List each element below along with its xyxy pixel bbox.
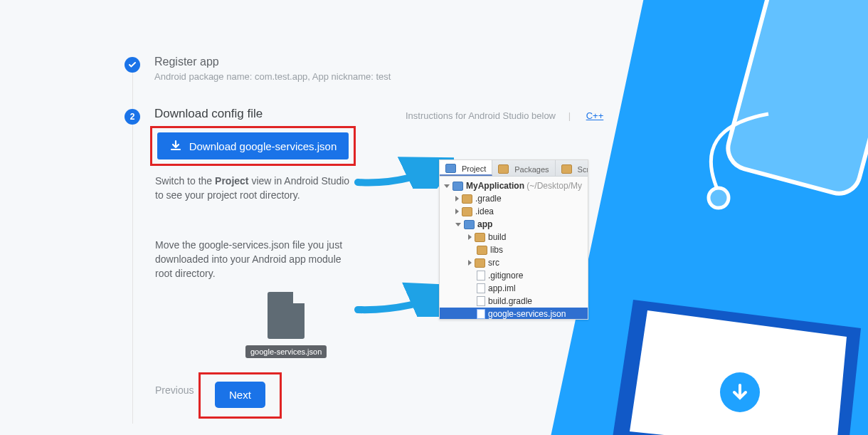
json-file-icon: [477, 309, 485, 319]
next-button[interactable]: Next: [215, 382, 265, 408]
step2-number-badge: 2: [125, 109, 140, 125]
file-icon: [477, 271, 485, 281]
step1-title: Register app: [154, 56, 219, 68]
folder-icon: [475, 233, 485, 242]
move-file-instruction: Move the google-services.json file you j…: [155, 238, 351, 281]
module-icon: [464, 220, 475, 229]
folder-icon: [477, 246, 487, 255]
android-studio-screenshot: Z: Structure Project Packages Scratche M…: [439, 159, 588, 320]
download-button-highlight: Download google-services.json: [150, 126, 356, 166]
cpp-link[interactable]: C++: [586, 110, 604, 121]
folder-icon: [462, 194, 472, 204]
as-side-tab: Z: Structure: [439, 160, 440, 319]
file-icon: [477, 283, 485, 293]
project-icon: [445, 164, 456, 173]
step2-title: Download config file: [154, 107, 263, 121]
document-icon: [268, 292, 305, 339]
svg-rect-0: [724, 0, 868, 198]
switch-view-instruction: Switch to the Project view in Android St…: [155, 174, 351, 202]
config-file-label: google-services.json: [245, 345, 327, 358]
decorative-laptop-illustration: [591, 278, 868, 435]
folder-icon: [462, 207, 472, 216]
step2-instructions-note: Instructions for Android Studio below | …: [406, 110, 603, 121]
next-button-highlight: Next: [199, 372, 282, 419]
step1-subtitle: Android package name: com.test.app, App …: [154, 71, 391, 82]
module-icon: [452, 182, 463, 191]
folder-icon: [561, 164, 572, 174]
as-tabs: Project Packages Scratche: [440, 160, 588, 177]
step1-complete-badge: [125, 57, 140, 73]
file-icon: [477, 296, 485, 306]
decorative-phone-illustration: [669, 0, 868, 242]
as-tab-packages: Packages: [492, 160, 555, 176]
folder-icon: [498, 164, 509, 174]
as-selected-file: google-services.json: [440, 308, 588, 320]
previous-button[interactable]: Previous: [155, 384, 194, 396]
as-project-tree: MyApplication (~/Desktop/My .gradle .ide…: [440, 177, 588, 320]
folder-icon: [475, 258, 485, 268]
as-tab-project: Project: [440, 160, 492, 176]
download-button-label: Download google-services.json: [189, 140, 337, 152]
instructions-note-text: Instructions for Android Studio below: [406, 110, 556, 121]
config-file-illustration: google-services.json: [245, 292, 327, 358]
as-tab-scratches: Scratche: [556, 160, 588, 176]
download-icon: [169, 140, 182, 152]
download-button[interactable]: Download google-services.json: [157, 132, 349, 159]
svg-point-1: [709, 188, 729, 208]
